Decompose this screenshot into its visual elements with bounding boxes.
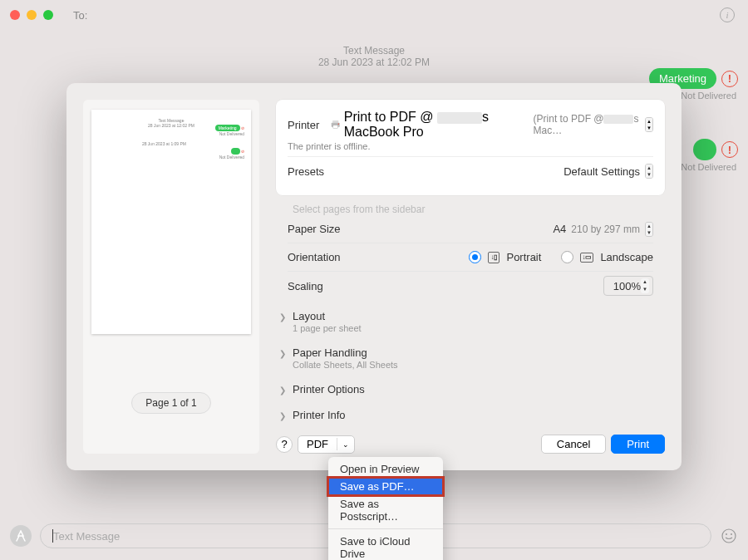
- conversation-header: Text Message 28 Jun 2023 at 12:02 PM: [0, 45, 748, 68]
- printer-select-stepper[interactable]: ▲▼: [645, 117, 653, 132]
- message-type-label: Text Message: [0, 45, 748, 56]
- chevron-right-icon: ❯: [279, 411, 288, 420]
- to-field-label: To:: [73, 9, 87, 22]
- scaling-input[interactable]: 100% ▲▼: [603, 276, 653, 296]
- message-input-placeholder: Text Message: [53, 530, 120, 543]
- orientation-portrait-radio[interactable]: [469, 251, 481, 263]
- print-options-scroll[interactable]: Select pages from the sidebar Paper Size…: [276, 204, 665, 428]
- landscape-icon: ↓▭: [580, 253, 593, 263]
- portrait-icon: ↓▯: [488, 252, 499, 263]
- svg-point-6: [731, 533, 732, 535]
- help-button[interactable]: ?: [276, 436, 293, 453]
- scaling-stepper[interactable]: ▲▼: [641, 278, 649, 293]
- menu-save-to-icloud[interactable]: Save to iCloud Drive: [328, 533, 443, 561]
- svg-rect-2: [333, 125, 338, 129]
- dialog-button-bar: ? PDF ⌄ Cancel Print: [276, 428, 665, 454]
- layout-section[interactable]: ❯ Layout 1 page per sheet: [276, 303, 665, 340]
- menu-divider: [328, 528, 443, 529]
- paper-size-stepper[interactable]: ▲▼: [645, 222, 653, 237]
- cancel-button[interactable]: Cancel: [541, 435, 606, 454]
- paper-size-label: Paper Size: [288, 223, 341, 235]
- emoji-icon: [721, 528, 737, 544]
- chevron-right-icon: ❯: [279, 312, 288, 322]
- printer-presets-card: Printer Print to PDF @ s MacBook Pro (Pr…: [276, 100, 665, 195]
- page-indicator: Page 1 of 1: [131, 392, 210, 414]
- close-window-button[interactable]: [10, 10, 20, 20]
- svg-rect-0: [332, 120, 338, 123]
- chevron-right-icon: ❯: [279, 349, 288, 358]
- scaling-label: Scaling: [288, 280, 323, 292]
- print-settings-pane: Printer Print to PDF @ s MacBook Pro (Pr…: [276, 100, 665, 454]
- orientation-label: Orientation: [288, 251, 341, 263]
- orientation-portrait-label: Portrait: [506, 251, 541, 263]
- print-button[interactable]: Print: [611, 435, 665, 454]
- print-preview-pane: Text Message 28 Jun 2023 at 12:02 PM Mar…: [83, 100, 259, 454]
- printer-info-section[interactable]: ❯ Printer Info: [276, 402, 665, 428]
- pdf-dropdown-button[interactable]: PDF ⌄: [298, 435, 355, 454]
- printer-label: Printer: [288, 119, 319, 131]
- paper-dimensions: 210 by 297 mm: [571, 224, 640, 235]
- emoji-picker-button[interactable]: [720, 527, 738, 545]
- truncated-option-hint: Select pages from the sidebar: [276, 204, 665, 215]
- message-timestamp: 28 Jun 2023 at 12:02 PM: [0, 56, 748, 68]
- page-thumbnail[interactable]: Text Message 28 Jun 2023 at 12:02 PM Mar…: [91, 110, 251, 334]
- menu-save-as-postscript[interactable]: Save as Postscript…: [328, 495, 443, 525]
- send-failed-icon[interactable]: !: [721, 141, 738, 158]
- orientation-landscape-radio[interactable]: [561, 251, 573, 263]
- presets-label: Presets: [288, 165, 324, 178]
- printer-status: The printer is offline.: [288, 141, 370, 151]
- chevron-right-icon: ❯: [279, 386, 288, 395]
- printer-options-section[interactable]: ❯ Printer Options: [276, 376, 665, 402]
- paper-size-value: A4: [553, 223, 566, 235]
- send-failed-icon[interactable]: !: [721, 71, 738, 87]
- presets-stepper[interactable]: ▲▼: [645, 164, 653, 179]
- apps-button[interactable]: [10, 525, 32, 547]
- menu-save-as-pdf[interactable]: Save as PDF…: [328, 478, 443, 495]
- presets-value: Default Settings: [563, 165, 640, 178]
- menu-open-in-preview[interactable]: Open in Preview: [328, 460, 443, 478]
- svg-point-4: [722, 529, 736, 543]
- window-titlebar: To: i: [0, 0, 748, 30]
- svg-point-3: [338, 124, 339, 125]
- paper-handling-section[interactable]: ❯ Paper Handling Collate Sheets, All She…: [276, 340, 665, 376]
- orientation-landscape-label: Landscape: [600, 251, 653, 263]
- fullscreen-window-button[interactable]: [43, 10, 53, 20]
- chevron-down-icon: ⌄: [337, 440, 354, 449]
- print-dialog: Text Message 28 Jun 2023 at 12:02 PM Mar…: [66, 83, 682, 470]
- printer-icon: [331, 120, 340, 130]
- printer-subname: (Print to PDF @s Mac…: [534, 113, 645, 136]
- traffic-lights: [10, 10, 53, 20]
- pdf-menu: Open in Preview Save as PDF… Save as Pos…: [328, 457, 443, 560]
- details-info-icon[interactable]: i: [720, 7, 735, 22]
- printer-name: Print to PDF @ s MacBook Pro: [344, 110, 530, 140]
- app-store-icon: [15, 530, 27, 542]
- minimize-window-button[interactable]: [27, 10, 37, 20]
- svg-point-5: [726, 533, 727, 535]
- outgoing-message-bubble[interactable]: [693, 139, 716, 160]
